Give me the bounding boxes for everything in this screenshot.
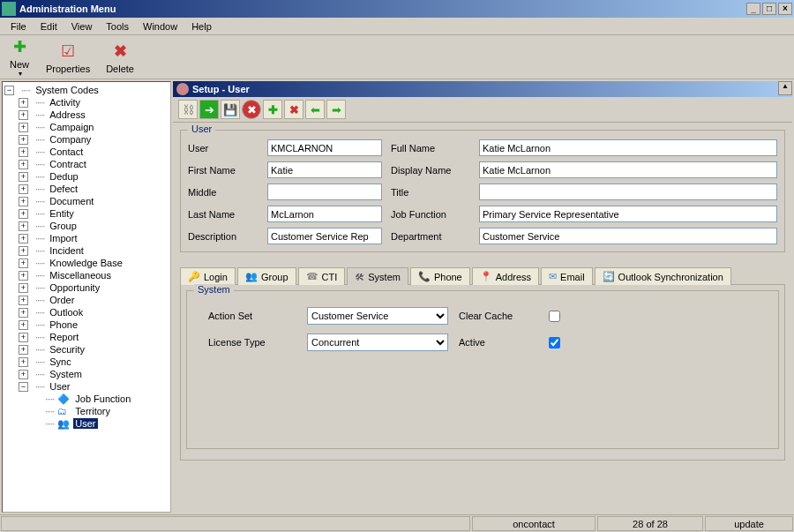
tree-item-campaign[interactable]: +·····Campaign xyxy=(19,121,169,133)
tab-cti[interactable]: ☎CTI xyxy=(298,267,346,285)
new-button[interactable]: ✚ New ▾ xyxy=(4,34,35,79)
menu-file[interactable]: File xyxy=(4,19,34,34)
expand-icon[interactable]: + xyxy=(19,98,28,108)
active-checkbox[interactable] xyxy=(549,337,560,348)
menu-tools[interactable]: Tools xyxy=(99,19,136,34)
expand-icon[interactable]: + xyxy=(19,184,28,194)
tree-root[interactable]: − ····· System Codes xyxy=(4,84,169,96)
tree-item-territory[interactable]: ·····🗂Territory xyxy=(33,405,169,417)
expand-icon[interactable]: + xyxy=(19,123,28,132)
tab-system[interactable]: 🛠System xyxy=(347,267,408,285)
prev-button[interactable]: ⬅ xyxy=(305,100,325,119)
collapse-icon[interactable]: − xyxy=(4,86,14,95)
user-legend: User xyxy=(188,124,215,134)
tree-item-system[interactable]: +·····System xyxy=(19,368,169,380)
minimize-button[interactable]: _ xyxy=(746,3,760,15)
menu-edit[interactable]: Edit xyxy=(34,19,64,34)
clearcache-checkbox[interactable] xyxy=(549,311,560,322)
user-field[interactable] xyxy=(267,139,382,156)
department-field[interactable] xyxy=(479,228,777,244)
expand-icon[interactable]: + xyxy=(19,345,28,355)
tree-item-company[interactable]: +·····Company xyxy=(19,133,169,146)
scroll-up-button[interactable]: ▲ xyxy=(778,81,792,95)
fullname-field[interactable] xyxy=(479,139,777,156)
jobfunction-field[interactable] xyxy=(479,206,777,222)
expand-icon[interactable]: + xyxy=(19,160,28,169)
tree-item-outlook[interactable]: +·····Outlook xyxy=(19,306,169,318)
tree-item-phone[interactable]: +·····Phone xyxy=(19,318,169,331)
add-button[interactable]: ✚ xyxy=(263,100,282,119)
displayname-field[interactable] xyxy=(479,161,777,178)
expand-icon[interactable]: + xyxy=(19,172,28,182)
menu-view[interactable]: View xyxy=(64,19,100,34)
expand-icon[interactable]: + xyxy=(19,221,28,231)
expand-icon[interactable]: + xyxy=(19,283,28,293)
tree-item-group[interactable]: +·····Group xyxy=(19,220,169,232)
tab-address[interactable]: 📍Address xyxy=(472,267,539,285)
expand-icon[interactable]: + xyxy=(19,370,28,379)
next-button[interactable]: ➡ xyxy=(326,100,346,119)
lastname-field[interactable] xyxy=(267,206,382,222)
middle-field[interactable] xyxy=(267,184,382,200)
delete-button[interactable]: ✖ Delete xyxy=(101,39,139,76)
tree-item-dedup[interactable]: +·····Dedup xyxy=(19,170,169,183)
tree-item-document[interactable]: +·····Document xyxy=(19,195,169,207)
menu-window[interactable]: Window xyxy=(136,19,184,34)
save-button[interactable]: 💾 xyxy=(221,100,240,119)
expand-icon[interactable]: + xyxy=(19,308,28,318)
expand-icon[interactable]: + xyxy=(19,110,28,120)
tree-item-security[interactable]: +·····Security xyxy=(19,343,169,356)
tree-item-miscellaneous[interactable]: +·····Miscellaneous xyxy=(19,269,169,281)
tree-item-contact[interactable]: +·····Contact xyxy=(19,146,169,158)
tree-item-defect[interactable]: +·····Defect xyxy=(19,183,169,195)
tree-panel[interactable]: − ····· System Codes +·····Activity+····… xyxy=(2,81,171,513)
expand-icon[interactable]: + xyxy=(19,357,28,367)
expand-icon[interactable]: + xyxy=(19,234,28,244)
tree-item-opportunity[interactable]: +·····Opportunity xyxy=(19,281,169,294)
expand-icon[interactable]: + xyxy=(19,135,28,145)
tab-group[interactable]: 👥Group xyxy=(237,267,296,285)
expand-icon[interactable]: + xyxy=(19,320,28,330)
collapse-icon[interactable]: − xyxy=(19,382,28,392)
title-field[interactable] xyxy=(479,184,777,200)
tab-phone[interactable]: 📞Phone xyxy=(410,267,470,285)
tree-item-contract[interactable]: +·····Contract xyxy=(19,158,169,170)
tree-item-user[interactable]: ·····👥User xyxy=(33,417,169,430)
expand-icon[interactable]: + xyxy=(19,333,28,342)
expand-icon[interactable]: + xyxy=(19,147,28,157)
tree-item-entity[interactable]: +·····Entity xyxy=(19,207,169,220)
tab-email[interactable]: ✉Email xyxy=(541,267,593,285)
tree-item-address[interactable]: +·····Address xyxy=(19,109,169,121)
tree-item-activity[interactable]: +·····Activity xyxy=(19,96,169,109)
properties-button[interactable]: ☑ Properties xyxy=(41,39,95,76)
dropdown-arrow-icon: ▾ xyxy=(19,70,22,78)
expand-icon[interactable]: + xyxy=(19,296,28,305)
tree-item-report[interactable]: +·····Report xyxy=(19,331,169,343)
tree-item-sync[interactable]: +·····Sync xyxy=(19,356,169,368)
tab-outlook[interactable]: 🔄Outlook Synchronization xyxy=(595,267,731,285)
tree-item-job-function[interactable]: ·····🔷Job Function xyxy=(33,393,169,405)
tree-item-import[interactable]: +·····Import xyxy=(19,232,169,244)
expand-icon[interactable]: + xyxy=(19,271,28,281)
menu-help[interactable]: Help xyxy=(184,19,219,34)
user-label: User xyxy=(188,143,258,154)
tree-item-knowledge-base[interactable]: +·····Knowledge Base xyxy=(19,257,169,269)
expand-icon[interactable]: + xyxy=(19,246,28,256)
tree-item-incident[interactable]: +·····Incident xyxy=(19,244,169,257)
maximize-button[interactable]: □ xyxy=(762,3,776,15)
link-button[interactable]: ⛓ xyxy=(178,100,198,119)
actionset-select[interactable]: Customer Service xyxy=(307,307,448,325)
licensetype-select[interactable]: Concurrent xyxy=(307,333,448,351)
expand-icon[interactable]: + xyxy=(19,209,28,219)
close-button[interactable]: × xyxy=(778,3,792,15)
expand-icon[interactable]: + xyxy=(19,197,28,206)
tree-item-user[interactable]: −·····User xyxy=(19,380,169,393)
cancel-button[interactable]: ✖ xyxy=(242,100,261,119)
description-field[interactable] xyxy=(267,228,382,244)
remove-button[interactable]: ✖ xyxy=(284,100,303,119)
tree-item-order[interactable]: +·····Order xyxy=(19,294,169,306)
expand-icon[interactable]: + xyxy=(19,259,28,268)
tab-login[interactable]: 🔑Login xyxy=(180,267,236,285)
firstname-field[interactable] xyxy=(267,161,382,178)
go-button[interactable]: ➔ xyxy=(199,100,219,119)
